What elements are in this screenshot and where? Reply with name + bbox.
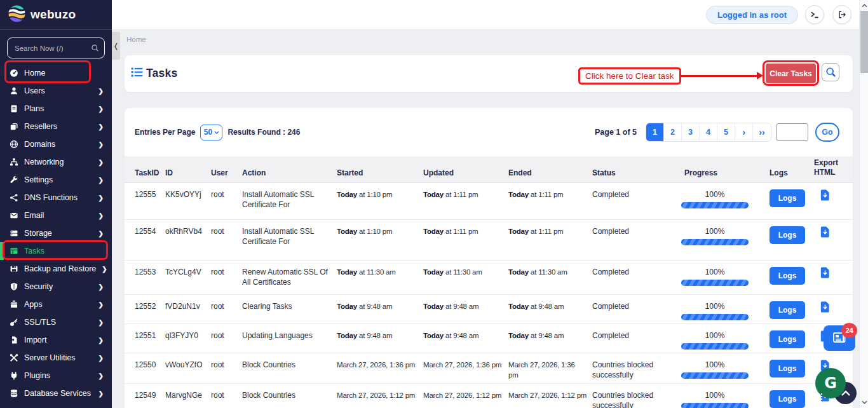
- clear-tasks-button[interactable]: Clear Tasks: [766, 64, 816, 83]
- grammarly-drag-handle[interactable]: [818, 393, 823, 400]
- sidebar-search-input[interactable]: [7, 37, 105, 58]
- title-card: Tasks Click here to Clear task Clear Tas…: [125, 55, 853, 92]
- logs-button[interactable]: Logs: [770, 189, 805, 207]
- cell-taskid: 12550: [135, 360, 165, 370]
- scrollbar-thumb[interactable]: [860, 11, 868, 73]
- sidebar-item-label: Networking: [24, 158, 64, 167]
- table-controls: Entries Per Page 50 Results Found : 246 …: [125, 122, 853, 142]
- sidebar-item-database-services[interactable]: Database Services❯: [0, 384, 112, 402]
- results-found-label: Results Found : 246: [227, 128, 300, 137]
- table-header-row: TaskIDIDUserActionStartedUpdatedEndedSta…: [125, 156, 853, 183]
- sidebar-item-server-utilities[interactable]: Server Utilities❯: [0, 349, 112, 367]
- cell-user: root: [211, 360, 242, 370]
- cell-logs: Logs: [756, 189, 807, 207]
- logged-in-button[interactable]: Logged in as root: [706, 6, 798, 24]
- sidebar-item-security[interactable]: Security❯: [0, 278, 112, 296]
- sidebar-item-networking[interactable]: Networking❯: [0, 153, 112, 171]
- cell: Today at 9:48 am: [508, 330, 592, 341]
- cell-user: root: [211, 189, 242, 200]
- sidebar-item-settings[interactable]: Settings❯: [0, 171, 112, 189]
- table-row: 12552fVD2uN1vrootClearing TasksToday at …: [125, 295, 853, 324]
- export-html-icon[interactable]: [820, 194, 830, 203]
- table-search-button[interactable]: [822, 63, 839, 81]
- sidebar-item-label: Settings: [24, 175, 53, 184]
- terminal-button[interactable]: [805, 5, 824, 24]
- pagination-page-1[interactable]: 1: [646, 123, 664, 141]
- cell-action: Block Countries: [242, 390, 337, 400]
- scrollbar-up-arrow[interactable]: [860, 1, 868, 10]
- cell: Today at 9:48 am: [423, 330, 508, 341]
- sidebar-item-plans[interactable]: Plans❯: [0, 100, 112, 118]
- export-html-icon[interactable]: [820, 271, 830, 280]
- logout-button[interactable]: [832, 5, 851, 24]
- progress-bar: [681, 202, 749, 208]
- sidebar-item-apps[interactable]: Apps❯: [0, 296, 112, 313]
- cell-status: Completed: [592, 189, 681, 200]
- ssl-icon: [9, 318, 18, 327]
- logs-button[interactable]: Logs: [770, 330, 805, 348]
- cell-export: [807, 267, 843, 281]
- pagination-page-5[interactable]: 5: [717, 123, 735, 141]
- cell: March 27, 2026, 1:36 pm: [423, 360, 508, 370]
- page-title: Tasks: [146, 67, 177, 80]
- scrollbar-down-arrow[interactable]: [860, 397, 868, 407]
- column-header-user: User: [211, 168, 242, 177]
- database-icon: [9, 389, 18, 398]
- cell: March 27, 2026, 1:12 pm: [337, 390, 423, 400]
- export-html-icon[interactable]: [820, 231, 830, 240]
- cell-progress: 100%: [681, 189, 756, 208]
- sidebar-item-resellers[interactable]: Resellers❯: [0, 118, 112, 135]
- pagination-page-4[interactable]: 4: [700, 123, 717, 141]
- sidebar-item-dns-functions[interactable]: DNS Functions❯: [0, 189, 112, 207]
- server-utilities-icon: [9, 353, 18, 363]
- entries-per-page-select[interactable]: 50: [200, 125, 222, 140]
- vertical-scrollbar[interactable]: [859, 0, 868, 408]
- cell-logs: Logs: [756, 267, 807, 285]
- pagination-last[interactable]: ››: [753, 123, 771, 141]
- pagination-page-2[interactable]: 2: [664, 123, 682, 141]
- sidebar-item-label: Plans: [24, 104, 44, 113]
- apps-icon: [9, 300, 18, 309]
- sidebar-item-import[interactable]: Import❯: [0, 331, 112, 349]
- cell-logs: Logs: [756, 360, 807, 377]
- sidebar-item-label: Backup and Restore: [24, 264, 96, 273]
- sidebar-item-backup-and-restore[interactable]: Backup and Restore❯: [0, 260, 112, 278]
- export-html-icon[interactable]: [820, 306, 830, 315]
- breadcrumb[interactable]: Home: [126, 36, 146, 43]
- chevron-down-icon: [214, 131, 219, 134]
- cell-id: KK5vOYYj: [165, 189, 211, 200]
- cell-export: [807, 226, 843, 240]
- sidebar-collapse-toggle[interactable]: ❬: [112, 32, 120, 60]
- logs-button[interactable]: Logs: [770, 301, 805, 319]
- sidebar-item-home[interactable]: Home: [0, 64, 112, 82]
- column-header-logs: Logs: [756, 168, 807, 177]
- brand-logo[interactable]: webuzo: [0, 0, 112, 30]
- logs-button[interactable]: Logs: [770, 267, 805, 285]
- sidebar-item-email[interactable]: Email❯: [0, 207, 112, 224]
- sidebar-item-ssl-tls[interactable]: SSL/TLS❯: [0, 313, 112, 331]
- pagination-page-3[interactable]: 3: [682, 123, 700, 141]
- table-row: 12554okRhRVb4rootInstall Automatic SSL C…: [125, 220, 853, 261]
- logs-button[interactable]: Logs: [770, 226, 805, 244]
- cell-status: Countries blocked successfully: [592, 390, 681, 408]
- cell-logs: Logs: [756, 330, 807, 348]
- column-header-action: Action: [242, 168, 337, 177]
- go-button[interactable]: Go: [815, 123, 839, 142]
- sidebar-item-domains[interactable]: Domains❯: [0, 135, 112, 153]
- chevron-right-icon: ❯: [98, 88, 104, 95]
- sidebar-item-plugins[interactable]: Plugins❯: [0, 367, 112, 384]
- cell: March 27, 2026, 1:36 pm: [337, 360, 423, 370]
- sidebar-item-storage[interactable]: Storage❯: [0, 224, 112, 242]
- logs-button[interactable]: Logs: [770, 360, 805, 377]
- pagination-next[interactable]: ›: [735, 123, 753, 141]
- chevron-right-icon: ❯: [98, 230, 104, 237]
- page-number-input[interactable]: [776, 123, 808, 141]
- sidebar-item-users[interactable]: Users❯: [0, 82, 112, 100]
- cell-export: [807, 301, 843, 315]
- cell-progress: 100%: [681, 226, 756, 245]
- logs-button[interactable]: Logs: [770, 390, 805, 408]
- cell-user: root: [211, 390, 242, 400]
- cell-id: fVD2uN1v: [165, 301, 211, 311]
- sidebar-item-tasks[interactable]: Tasks: [0, 242, 112, 260]
- home-icon: [9, 69, 18, 78]
